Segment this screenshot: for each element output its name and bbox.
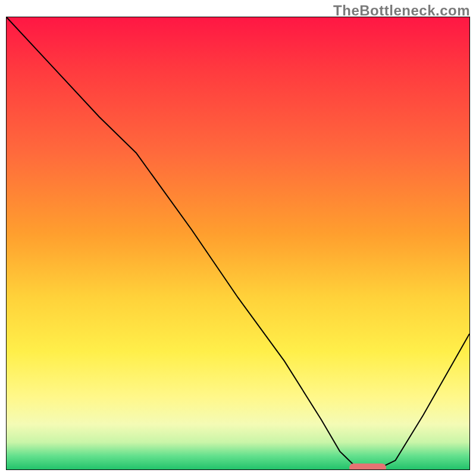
bottleneck-curve	[7, 17, 469, 469]
optimal-range-marker	[349, 464, 386, 470]
plot-area	[6, 17, 470, 470]
chart-container: TheBottleneck.com	[0, 0, 476, 476]
